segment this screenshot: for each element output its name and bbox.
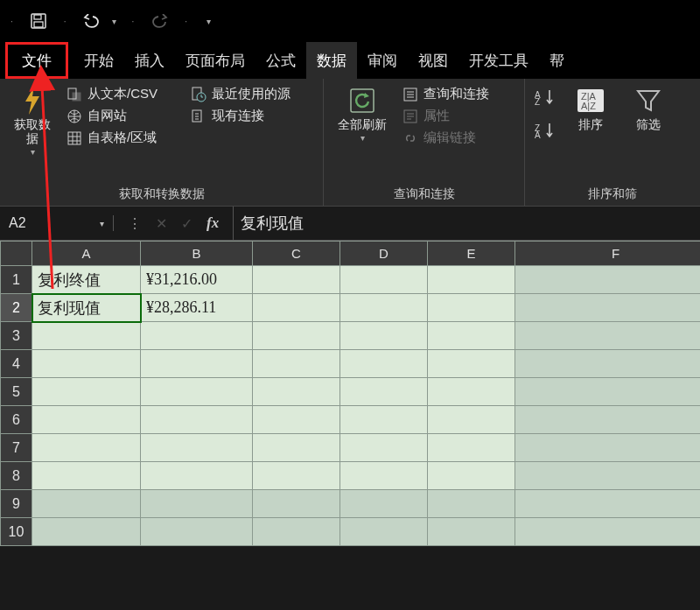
refresh-all-button[interactable]: 全部刷新 ▾ bbox=[332, 82, 392, 184]
tab-page-layout[interactable]: 页面布局 bbox=[175, 42, 256, 79]
menu-bar: 文件 开始 插入 页面布局 公式 数据 审阅 视图 开发工具 帮 bbox=[0, 42, 700, 79]
filter-button[interactable]: 筛选 bbox=[625, 82, 672, 184]
col-header[interactable]: E bbox=[428, 242, 515, 266]
svg-rect-6 bbox=[68, 132, 80, 144]
formula-bar: A2 ▾ ⋮ ✕ ✓ fx 复利现值 bbox=[0, 206, 700, 241]
svg-text:A|Z: A|Z bbox=[581, 101, 596, 111]
col-header[interactable]: F bbox=[515, 242, 701, 266]
cell-A2[interactable]: 复利现值 bbox=[32, 294, 141, 322]
cell-D2[interactable] bbox=[340, 294, 428, 322]
row-header[interactable]: 10 bbox=[1, 518, 32, 546]
existing-connections-button[interactable]: 现有连接 bbox=[191, 108, 290, 124]
sort-desc-button[interactable]: ZA bbox=[534, 121, 556, 138]
svg-rect-10 bbox=[351, 89, 374, 112]
row-header[interactable]: 7 bbox=[1, 434, 32, 462]
name-box[interactable]: A2 ▾ bbox=[0, 215, 114, 231]
tab-help-cut[interactable]: 帮 bbox=[539, 42, 575, 79]
connections-icon bbox=[191, 109, 206, 124]
row-header[interactable]: 3 bbox=[1, 322, 32, 350]
save-icon[interactable] bbox=[29, 11, 48, 31]
tab-view[interactable]: 视图 bbox=[408, 42, 458, 79]
svg-text:Z: Z bbox=[535, 97, 540, 105]
ribbon-group-get-transform: 获取数 据 ▾ 从文本/CSV 自网站 自表格/区域 bbox=[0, 79, 324, 206]
svg-rect-4 bbox=[73, 93, 80, 101]
row-header[interactable]: 1 bbox=[1, 266, 32, 294]
cell-F1[interactable] bbox=[515, 266, 701, 294]
undo-icon[interactable] bbox=[82, 11, 102, 31]
funnel-icon bbox=[634, 86, 663, 116]
title-bar: · · ▾ · · ▾ bbox=[0, 0, 700, 42]
queries-connections-button[interactable]: 查询和连接 bbox=[402, 86, 489, 102]
sort-asc-button[interactable]: AZ bbox=[534, 88, 556, 105]
cell-F2[interactable] bbox=[515, 294, 701, 322]
from-csv-button[interactable]: 从文本/CSV bbox=[66, 86, 180, 102]
fx-enter-icon[interactable]: ✓ bbox=[181, 215, 192, 232]
cell-B2[interactable]: ¥28,286.11 bbox=[141, 294, 253, 322]
fx-cancel-icon[interactable]: ✕ bbox=[156, 215, 167, 232]
list-icon bbox=[402, 87, 418, 102]
row-header[interactable]: 4 bbox=[1, 350, 32, 378]
row-header[interactable]: 5 bbox=[1, 378, 32, 406]
tab-file[interactable]: 文件 bbox=[5, 42, 68, 79]
redo-icon[interactable] bbox=[150, 11, 169, 31]
cell-E1[interactable] bbox=[428, 266, 515, 294]
link-icon bbox=[402, 130, 418, 146]
col-header[interactable]: C bbox=[253, 242, 340, 266]
tab-home[interactable]: 开始 bbox=[74, 42, 124, 79]
globe-icon bbox=[66, 109, 82, 124]
cell-C2[interactable] bbox=[253, 294, 340, 322]
bolt-icon bbox=[18, 86, 47, 116]
select-all-corner[interactable] bbox=[1, 242, 32, 266]
tab-developer[interactable]: 开发工具 bbox=[458, 42, 539, 79]
row-header[interactable]: 8 bbox=[1, 462, 32, 490]
tab-insert[interactable]: 插入 bbox=[124, 42, 175, 79]
recent-sources-button[interactable]: 最近使用的源 bbox=[191, 86, 290, 102]
sort-button[interactable]: Z|AA|Z 排序 bbox=[567, 82, 614, 184]
file-csv-icon bbox=[66, 87, 82, 102]
svg-rect-2 bbox=[34, 22, 43, 27]
tab-review[interactable]: 审阅 bbox=[357, 42, 408, 79]
properties-icon bbox=[402, 109, 418, 124]
group-label-queries: 查询和连接 bbox=[332, 184, 515, 204]
ribbon: 获取数 据 ▾ 从文本/CSV 自网站 自表格/区域 bbox=[0, 79, 700, 206]
table-icon bbox=[66, 130, 82, 146]
col-header[interactable]: A bbox=[32, 242, 141, 266]
ribbon-group-queries: 全部刷新 ▾ 查询和连接 属性 编辑链接 查询和连接 bbox=[324, 79, 525, 206]
group-label-sort-filter: 排序和筛 bbox=[534, 184, 691, 204]
formula-content[interactable]: 复利现值 bbox=[233, 207, 700, 240]
from-web-button[interactable]: 自网站 bbox=[66, 108, 180, 124]
group-label-get-transform: 获取和转换数据 bbox=[9, 184, 314, 204]
row-header[interactable]: 2 bbox=[1, 294, 32, 322]
cell-C1[interactable] bbox=[253, 266, 340, 294]
svg-rect-1 bbox=[34, 15, 41, 19]
cell-B1[interactable]: ¥31,216.00 bbox=[141, 266, 253, 294]
qat-dropdown-icon[interactable]: ▾ bbox=[206, 17, 211, 26]
cell-E2[interactable] bbox=[428, 294, 515, 322]
row-header[interactable]: 9 bbox=[1, 490, 32, 518]
get-data-button[interactable]: 获取数 据 ▾ bbox=[9, 82, 56, 184]
col-header[interactable]: B bbox=[141, 242, 253, 266]
cell-A1[interactable]: 复利终值 bbox=[32, 266, 141, 294]
ribbon-group-sort-filter: AZ ZA Z|AA|Z 排序 筛选 排序和筛 bbox=[525, 79, 700, 206]
sort-icon: Z|AA|Z bbox=[576, 86, 606, 116]
tab-formulas[interactable]: 公式 bbox=[256, 42, 306, 79]
svg-text:A: A bbox=[535, 130, 541, 138]
spreadsheet-grid[interactable]: A B C D E F 1 复利终值 ¥31,216.00 2 复利现值 ¥28… bbox=[0, 241, 700, 546]
fx-icon[interactable]: fx bbox=[206, 214, 219, 232]
refresh-icon bbox=[347, 86, 377, 116]
col-header[interactable]: D bbox=[340, 242, 428, 266]
properties-button: 属性 bbox=[402, 108, 489, 124]
edit-links-button: 编辑链接 bbox=[402, 130, 489, 146]
from-table-button[interactable]: 自表格/区域 bbox=[66, 130, 180, 146]
row-header[interactable]: 6 bbox=[1, 406, 32, 434]
fx-more-icon[interactable]: ⋮ bbox=[128, 215, 142, 232]
cell-D1[interactable] bbox=[340, 266, 428, 294]
clock-file-icon bbox=[191, 87, 206, 102]
tab-data[interactable]: 数据 bbox=[306, 42, 357, 79]
